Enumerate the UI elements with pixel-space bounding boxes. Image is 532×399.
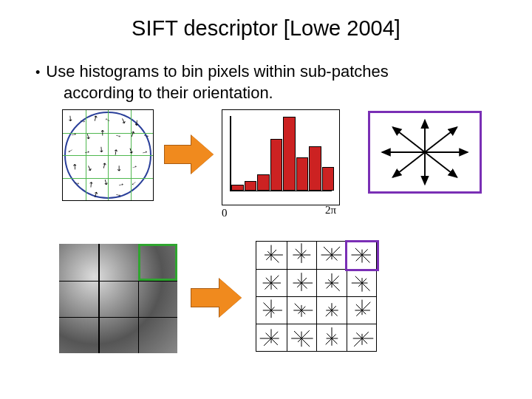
descriptor-cell-star-icon: [287, 297, 316, 324]
svg-line-71: [362, 279, 366, 283]
svg-line-9: [271, 255, 279, 262]
svg-line-69: [355, 276, 362, 282]
svg-line-59: [327, 283, 332, 288]
svg-line-63: [332, 276, 339, 283]
bullet-item: •Use histograms to bin pixels within sub…: [35, 61, 532, 103]
svg-line-4: [425, 127, 457, 152]
descriptor-cell-star-icon: [317, 270, 347, 296]
svg-line-61: [328, 279, 332, 283]
svg-line-19: [298, 255, 301, 259]
descriptor-cell-star-icon: [317, 242, 347, 268]
svg-line-109: [266, 332, 271, 338]
bullet-text-line2: according to their orientation.: [64, 83, 532, 104]
svg-line-131: [354, 338, 362, 347]
svg-line-67: [358, 283, 362, 287]
slide-title: SIFT descriptor [Lowe 2004]: [0, 0, 532, 41]
svg-line-53: [298, 279, 301, 283]
histogram-bar: [309, 146, 321, 191]
svg-line-7: [393, 152, 425, 177]
descriptor-grid: [256, 241, 377, 352]
svg-line-103: [362, 302, 370, 310]
descriptor-cell-star-icon: [347, 297, 377, 324]
svg-line-17: [301, 255, 304, 258]
svg-line-111: [271, 331, 278, 338]
svg-line-95: [332, 306, 336, 310]
svg-line-125: [327, 333, 332, 338]
svg-line-117: [294, 331, 301, 338]
star-arrows-icon: [370, 113, 480, 191]
bullet-marker: •: [35, 64, 40, 81]
histogram-bar: [283, 117, 296, 191]
svg-line-129: [362, 338, 367, 344]
svg-line-81: [301, 310, 305, 314]
svg-line-47: [271, 275, 279, 282]
svg-line-115: [298, 338, 301, 342]
gradient-patch-grid: ↘ → ↗ ↑ ↘ ↘ → ↘ ↗ → ↗ → ↓ → ↘ ↗ ↘ → ↗ ↘ …: [62, 109, 154, 201]
svg-line-85: [295, 304, 301, 310]
descriptor-cell-star-icon: [347, 270, 377, 296]
svg-line-75: [265, 310, 271, 316]
descriptor-cell-star-icon: [256, 297, 286, 324]
svg-line-79: [271, 307, 275, 311]
svg-line-97: [362, 310, 366, 314]
orientation-histogram: [222, 109, 340, 205]
svg-line-5: [393, 127, 425, 152]
bullet-text-line1: Use histograms to bin pixels within sub-…: [46, 62, 388, 81]
svg-line-99: [356, 310, 362, 316]
svg-line-27: [327, 255, 332, 261]
svg-line-65: [362, 283, 370, 291]
svg-line-135: [362, 332, 369, 338]
descriptor-cell-star-icon: [256, 325, 286, 352]
svg-line-123: [326, 338, 332, 344]
svg-line-43: [265, 283, 271, 290]
svg-line-93: [329, 307, 332, 311]
svg-line-113: [301, 338, 310, 347]
svg-line-23: [301, 250, 306, 255]
svg-line-133: [356, 332, 362, 338]
svg-line-73: [271, 310, 274, 313]
svg-line-13: [267, 251, 271, 255]
descriptor-cell-star-icon: [347, 325, 377, 352]
histogram-bar: [322, 167, 335, 191]
histogram-bar: [270, 139, 283, 191]
svg-line-41: [271, 283, 277, 289]
highlighted-descriptor-cell-purple: [345, 240, 379, 271]
descriptor-cell-star-icon: [287, 242, 316, 268]
svg-line-101: [356, 304, 362, 310]
svg-line-89: [332, 310, 338, 316]
svg-line-77: [264, 303, 272, 311]
svg-line-55: [301, 278, 307, 283]
descriptor-cell-star-icon: [287, 270, 316, 296]
svg-line-49: [301, 283, 307, 289]
descriptor-cell-star-icon: [317, 297, 347, 324]
svg-line-127: [332, 334, 336, 338]
histogram-bar: [245, 181, 257, 191]
histogram-bar: [257, 174, 270, 191]
svg-line-107: [264, 338, 271, 346]
svg-line-105: [271, 338, 278, 345]
highlighted-subpatch-green: [138, 244, 177, 280]
svg-line-121: [332, 338, 337, 344]
svg-line-25: [332, 255, 338, 261]
svg-line-87: [301, 307, 305, 310]
histogram-bar: [231, 185, 244, 191]
descriptor-cell-star-icon: [256, 242, 286, 268]
svg-line-91: [326, 310, 332, 316]
svg-line-51: [297, 283, 301, 287]
orientation-star-box: [368, 111, 482, 194]
descriptor-cell-star-icon: [287, 325, 316, 352]
svg-line-119: [301, 330, 310, 338]
histogram-x-min-label: 0: [222, 207, 228, 219]
descriptor-cell-star-icon: [317, 325, 347, 352]
diagram-canvas: ↘ → ↗ ↑ ↘ ↘ → ↘ ↗ → ↗ → ↓ → ↘ ↗ ↘ → ↗ ↘ …: [0, 103, 532, 384]
histogram-x-max-label: 2π: [325, 204, 336, 216]
image-patch-grid: [59, 244, 177, 353]
svg-line-45: [266, 277, 271, 282]
svg-line-21: [296, 249, 301, 255]
svg-line-15: [271, 250, 276, 255]
svg-line-83: [299, 310, 302, 314]
svg-line-31: [332, 247, 340, 255]
svg-line-6: [425, 152, 457, 177]
svg-line-29: [324, 247, 332, 255]
svg-line-11: [266, 255, 271, 260]
